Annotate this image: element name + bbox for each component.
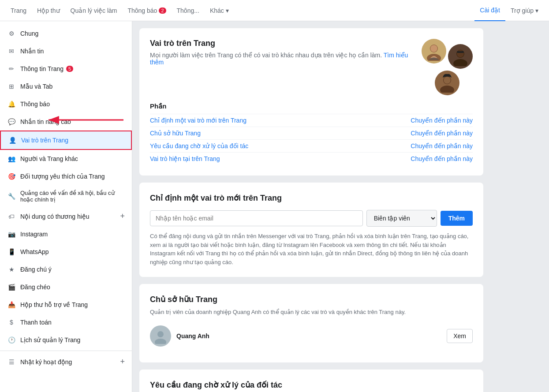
owner-row: Quang Anh Xem [150, 320, 473, 352]
phan-link-4[interactable]: Vai trò hiện tại trên Trang [150, 155, 220, 162]
phan-item-3: Yêu cầu đang chờ xử lý của đối tác Chuyể… [150, 139, 473, 152]
svg-point-11 [444, 77, 451, 84]
phan-item-1: Chỉ định một vai trò mới trên Trang Chuy… [150, 114, 473, 127]
sidebar-item-mautab[interactable]: ⊞ Mẫu và Tab [0, 78, 132, 95]
avatar-2 [448, 44, 473, 69]
dollar-icon: $ [7, 318, 16, 327]
svg-point-6 [453, 59, 467, 66]
sidebar-item-nhantin-nangcao[interactable]: 💬 Nhắn tin nâng cao [0, 113, 132, 131]
assign-form-row: Biên tập viên Quản trị viên Người kiểm d… [150, 210, 473, 227]
avatar-1-svg [424, 41, 444, 61]
main-content: Vai trò trên Trang Mọi người làm việc tr… [132, 21, 549, 392]
phan-goto-3[interactable]: Chuyển đến phần này [411, 142, 473, 149]
nav-trogiup[interactable]: Trợ giúp ▾ [505, 0, 544, 21]
sidebar-item-dangchuy[interactable]: ★ Đăng chú ý [0, 261, 132, 278]
roles-avatars [422, 39, 473, 95]
sidebar-item-thongtintrang[interactable]: ✏ Thông tin Trang 5 [0, 60, 132, 78]
thongtin-badge: 5 [66, 66, 73, 72]
sidebar-item-vaitro[interactable]: 👤 Vai trò trên Trang [0, 131, 132, 150]
khac-chevron-icon: ▾ [226, 7, 229, 14]
top-navigation: Trang Hộp thư Quản lý việc làm Thông báo… [0, 0, 549, 21]
avatar-1 [422, 39, 446, 63]
phan-goto-2[interactable]: Chuyển đến phần này [411, 130, 473, 137]
person-icon: 👤 [8, 136, 17, 145]
phan-goto-4[interactable]: Chuyển đến phần này [411, 155, 473, 162]
crosspost-icon: 🎬 [7, 283, 16, 291]
sidebar-item-doituong[interactable]: 🎯 Đối tượng yêu thích của Trang [0, 168, 132, 185]
view-owner-button[interactable]: Xem [447, 329, 473, 343]
notification-badge: 2 [159, 7, 166, 14]
history-icon: 🕐 [7, 336, 16, 344]
avatar-2-svg [451, 47, 470, 66]
target-icon: 🎯 [7, 172, 16, 181]
grid-icon: ⊞ [7, 82, 16, 91]
roles-header-card: Vai trò trên Trang Mọi người làm việc tr… [139, 28, 483, 175]
avatar-3-svg [437, 73, 457, 93]
owner-title: Chủ sở hữu Trang [150, 295, 473, 304]
message-advanced-icon: 💬 [7, 117, 16, 126]
phan-goto-1[interactable]: Chuyển đến phần này [411, 117, 473, 124]
sidebar-item-lichsu[interactable]: 🕐 Lịch sử quản lý Trang [0, 331, 132, 349]
sidebar-item-hopthu[interactable]: 📥 Hộp thư hỗ trợ về Trang [0, 296, 132, 314]
nav-quanlyvieclam[interactable]: Quản lý việc làm [65, 0, 123, 21]
svg-point-4 [430, 45, 437, 52]
phan-link-1[interactable]: Chỉ định một vai trò mới trên Trang [150, 117, 246, 124]
nav-khac[interactable]: Khác ▾ [205, 0, 234, 21]
star-icon: ★ [7, 265, 16, 274]
nav-thong[interactable]: Thông... [172, 0, 205, 21]
sidebar-item-nhantin[interactable]: ✉ Nhắn tin [0, 42, 132, 60]
nav-trang[interactable]: Trang [5, 0, 32, 21]
trogiup-chevron-icon: ▾ [535, 7, 538, 14]
sidebar-item-thongbao[interactable]: 🔔 Thông báo [0, 95, 132, 113]
bell-icon: 🔔 [7, 100, 16, 108]
phan-link-2[interactable]: Chủ sở hữu Trang [150, 130, 201, 137]
roles-description: Mọi người làm việc trên Trang có thể có … [150, 52, 413, 66]
assign-description: Có thể đăng nội dung và gửi tin nhắn trê… [150, 232, 473, 266]
svg-point-10 [440, 86, 454, 93]
phan-section: Phần Chỉ định một vai trò mới trên Trang… [150, 102, 473, 165]
sidebar-item-dangcheo[interactable]: 🎬 Đăng chéo [0, 278, 132, 296]
sidebar-item-instagram[interactable]: 📷 Instagram [0, 225, 132, 243]
partner-title: Yêu cầu đang chờ xử lý của đối tác [150, 380, 473, 390]
svg-point-13 [155, 339, 166, 344]
owner-description: Quản trị viên của doanh nghiệp Quang Anh… [150, 308, 473, 317]
nav-thongbao[interactable]: Thông báo 2 [122, 0, 171, 21]
sidebar-item-chung[interactable]: ⚙ Chung [0, 25, 132, 42]
inbox-icon: 📥 [7, 300, 16, 309]
sidebar-item-whatsapp[interactable]: 📱 WhatsApp [0, 243, 132, 261]
message-icon: ✉ [7, 47, 16, 56]
nav-hophu[interactable]: Hộp thư [32, 0, 65, 21]
phan-title: Phần [150, 102, 473, 110]
avatar-3 [435, 71, 459, 95]
nav-caidat[interactable]: Cài đặt [474, 0, 505, 21]
owner-card: Chủ sở hữu Trang Quản trị viên của doanh… [139, 284, 483, 362]
role-select[interactable]: Biên tập viên Quản trị viên Người kiểm d… [366, 210, 437, 227]
instagram-icon: 📷 [7, 230, 16, 239]
gear-icon: ⚙ [7, 29, 16, 38]
add-role-button[interactable]: Thêm [441, 211, 473, 226]
sidebar-item-noidung[interactable]: 🏷 Nội dung có thương hiệu + [0, 207, 132, 225]
partner-card: Yêu cầu đang chờ xử lý của đối tác Chấp … [139, 370, 483, 392]
phan-link-3[interactable]: Yêu cầu đang chờ xử lý của đối tác [150, 142, 248, 149]
sidebar-item-nhatky[interactable]: ☰ Nhật ký hoạt động + [0, 353, 132, 371]
noidung-plus-icon: + [120, 212, 125, 221]
assign-role-card: Chỉ định một vai trò mới trên Trang Biên… [139, 183, 483, 277]
brand-icon: 🏷 [7, 212, 16, 221]
sidebar-item-thanhtoan[interactable]: $ Thanh toán [0, 314, 132, 331]
nhatky-plus-icon: + [120, 357, 125, 366]
svg-rect-8 [457, 51, 464, 53]
sidebar-item-nguoitrang[interactable]: 👥 Người và Trang khác [0, 150, 132, 168]
owner-avatar [150, 325, 171, 347]
sidebar-item-quangcao[interactable]: 🔧 Quảng cáo về vấn đề xã hội, bầu cử hoặ… [0, 185, 132, 207]
people-icon: 👥 [7, 154, 16, 163]
owner-name: Quang Anh [176, 332, 441, 340]
phan-item-2: Chủ sở hữu Trang Chuyển đến phần này [150, 127, 473, 139]
wrench-icon: 🔧 [7, 192, 16, 201]
whatsapp-icon: 📱 [7, 247, 16, 256]
log-icon: ☰ [7, 358, 16, 366]
assign-title: Chỉ định một vai trò mới trên Trang [150, 193, 473, 203]
sidebar: ⚙ Chung ✉ Nhắn tin ✏ Thông tin Trang 5 ⊞… [0, 21, 132, 392]
phan-item-4: Vai trò hiện tại trên Trang Chuyển đến p… [150, 152, 473, 165]
assign-name-input[interactable] [150, 210, 363, 226]
owner-avatar-svg [153, 328, 168, 344]
